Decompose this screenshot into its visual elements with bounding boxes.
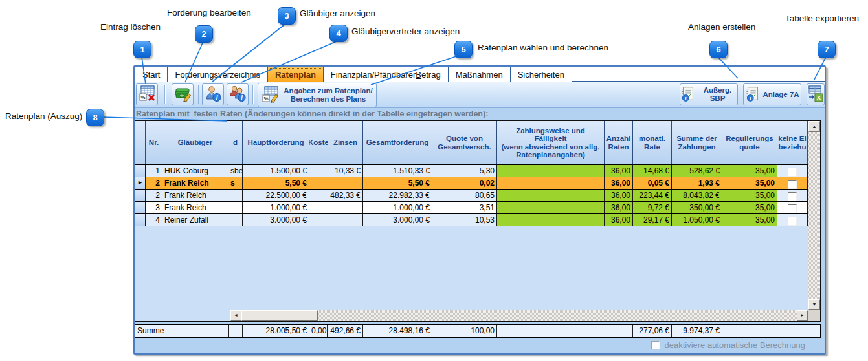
column-header-d[interactable]: d: [228, 121, 243, 164]
column-header-gesamtforderung[interactable]: Gesamtforderung: [363, 121, 432, 164]
table-row[interactable]: 3Frank Reich1.000,00 €1.000,00 €3,5136,0…: [135, 202, 808, 214]
cell-d[interactable]: [228, 190, 243, 201]
anlage-7a-button[interactable]: i Anlage 7A: [743, 83, 801, 105]
scroll-up-button[interactable]: ▲: [808, 121, 820, 132]
cell-glaeubiger[interactable]: Frank Reich: [162, 190, 228, 201]
cell-gesamtforderung[interactable]: 1.510,33 €: [363, 165, 432, 177]
cell-glaeubiger[interactable]: HUK Coburg: [162, 165, 228, 177]
cell-quote[interactable]: 5,30: [432, 165, 497, 177]
cell-nr[interactable]: 1: [146, 165, 162, 177]
cell-gesamtforderung[interactable]: 3.000,00 €: [363, 214, 432, 226]
cell-zahlungsweise[interactable]: [497, 214, 605, 226]
cell-summe-zahlungen[interactable]: 528,62 €: [672, 165, 722, 177]
no-inclusion-checkbox[interactable]: [788, 168, 797, 177]
export-table-button[interactable]: X: [807, 83, 825, 105]
cell-row-selector[interactable]: ►: [135, 177, 146, 189]
tab-forderungsverzeichnis[interactable]: Forderungsverzeichnis: [167, 67, 268, 82]
cell-nr[interactable]: 2: [146, 177, 162, 189]
cell-zahlungsweise[interactable]: [497, 190, 605, 201]
table-row-selected[interactable]: ►2Frank Reichs5,50 €5,50 €0,0236,000,05 …: [135, 177, 808, 190]
cell-zahlungsweise[interactable]: [497, 202, 605, 213]
tab-ratenplan[interactable]: Ratenplan: [267, 67, 324, 82]
cell-monatl-rate[interactable]: 9,72 €: [633, 202, 672, 213]
cell-d[interactable]: [228, 214, 243, 226]
cell-gesamtforderung[interactable]: 5,50 €: [363, 177, 432, 189]
cell-regulierungsquote[interactable]: 35,00: [722, 202, 777, 213]
cell-nr[interactable]: 4: [146, 214, 162, 226]
cell-anzahl-raten[interactable]: 36,00: [605, 165, 633, 177]
show-creditor-representative-button[interactable]: i: [227, 83, 249, 105]
table-row[interactable]: 4Reiner Zufall3.000,00 €3.000,00 €10,533…: [135, 214, 808, 226]
ausserg-sbp-button[interactable]: i Außerg. SBP: [680, 83, 738, 105]
table-row[interactable]: 2Frank Reich22.500,00 €482,33 €22.982,33…: [135, 190, 808, 202]
scroll-down-button[interactable]: ▼: [808, 299, 820, 310]
scroll-left-button[interactable]: ◄: [230, 310, 241, 321]
cell-regulierungsquote[interactable]: 35,00: [722, 165, 777, 177]
cell-monatl-rate[interactable]: 14,68 €: [633, 165, 672, 177]
column-header-monatl-rate[interactable]: monatl.Rate: [633, 121, 672, 164]
tab-start[interactable]: Start: [135, 67, 168, 82]
column-header-quote[interactable]: Quote vonGesamtversch.: [432, 121, 497, 164]
cell-kosten[interactable]: [309, 214, 328, 226]
auto-calc-checkbox[interactable]: [651, 341, 660, 349]
column-header-keine-einbeziehung[interactable]: keine Eibeziehu: [777, 121, 808, 164]
h-scroll-thumb[interactable]: [241, 310, 318, 321]
cell-regulierungsquote[interactable]: 35,00: [722, 177, 777, 189]
horizontal-scrollbar[interactable]: ◄ ►: [230, 310, 808, 321]
h-scroll-track[interactable]: [318, 310, 797, 321]
tab-massnahmen[interactable]: Maßnahmen: [448, 67, 511, 82]
cell-quote[interactable]: 80,65: [432, 190, 497, 201]
cell-zinsen[interactable]: [328, 177, 363, 189]
cell-keine-einbeziehung[interactable]: [777, 202, 808, 213]
delete-entry-button[interactable]: %: [136, 83, 158, 105]
no-inclusion-checkbox[interactable]: [788, 192, 797, 201]
v-scroll-track[interactable]: [808, 132, 820, 299]
cell-quote[interactable]: 10,53: [432, 214, 497, 226]
cell-nr[interactable]: 2: [146, 190, 162, 201]
cell-hauptforderung[interactable]: 5,50 €: [243, 177, 309, 189]
scroll-right-button[interactable]: ►: [797, 310, 808, 321]
cell-keine-einbeziehung[interactable]: [777, 190, 808, 201]
no-inclusion-checkbox[interactable]: [788, 217, 797, 226]
cell-zahlungsweise[interactable]: [497, 165, 605, 177]
cell-anzahl-raten[interactable]: 36,00: [605, 177, 633, 189]
cell-quote[interactable]: 0,02: [432, 177, 497, 189]
cell-nr[interactable]: 3: [146, 202, 162, 213]
cell-hauptforderung[interactable]: 1.500,00 €: [243, 165, 309, 177]
column-header-summe-zahlungen[interactable]: Summe derZahlungen: [672, 121, 722, 164]
cell-keine-einbeziehung[interactable]: [777, 165, 808, 177]
column-header-zinsen[interactable]: Zinsen: [328, 121, 363, 164]
cell-quote[interactable]: 3,51: [432, 202, 497, 213]
table-row[interactable]: 1HUK Coburgsbei1.500,00 €10,33 €1.510,33…: [135, 165, 808, 177]
cell-row-selector[interactable]: [135, 165, 146, 177]
column-header-regulierungsquote[interactable]: Regulierungsquote: [722, 121, 777, 164]
column-header-hauptforderung[interactable]: Hauptforderung: [243, 121, 309, 164]
no-inclusion-checkbox[interactable]: [788, 180, 797, 189]
cell-monatl-rate[interactable]: 223,44 €: [633, 190, 672, 201]
cell-d[interactable]: sbei: [228, 165, 243, 177]
ratenplan-settings-button[interactable]: % Angaben zum Ratenplan/ Berechnen des P…: [258, 83, 377, 107]
cell-kosten[interactable]: [309, 165, 328, 177]
edit-claim-button[interactable]: [172, 83, 194, 105]
cell-zinsen[interactable]: [328, 214, 363, 226]
vertical-scrollbar[interactable]: ▲ ▼: [808, 121, 820, 321]
column-header-glaeubiger[interactable]: Gläubiger: [162, 121, 228, 164]
column-header-row-selector[interactable]: [135, 121, 146, 164]
cell-hauptforderung[interactable]: 1.000,00 €: [243, 202, 309, 213]
tab-sicherheiten[interactable]: Sicherheiten: [510, 67, 572, 82]
show-creditor-button[interactable]: i: [202, 83, 224, 105]
cell-hauptforderung[interactable]: 3.000,00 €: [243, 214, 309, 226]
no-inclusion-checkbox[interactable]: [788, 204, 797, 213]
cell-regulierungsquote[interactable]: 35,00: [722, 214, 777, 226]
cell-anzahl-raten[interactable]: 36,00: [605, 190, 633, 201]
cell-row-selector[interactable]: [135, 190, 146, 201]
cell-keine-einbeziehung[interactable]: [777, 214, 808, 226]
cell-glaeubiger[interactable]: Frank Reich: [162, 202, 228, 213]
cell-kosten[interactable]: [309, 202, 328, 213]
cell-hauptforderung[interactable]: 22.500,00 €: [243, 190, 309, 201]
cell-zahlungsweise[interactable]: [497, 177, 605, 189]
cell-zinsen[interactable]: [328, 202, 363, 213]
cell-regulierungsquote[interactable]: 35,00: [722, 190, 777, 201]
column-header-kosten[interactable]: Koste: [309, 121, 328, 164]
cell-anzahl-raten[interactable]: 36,00: [605, 214, 633, 226]
